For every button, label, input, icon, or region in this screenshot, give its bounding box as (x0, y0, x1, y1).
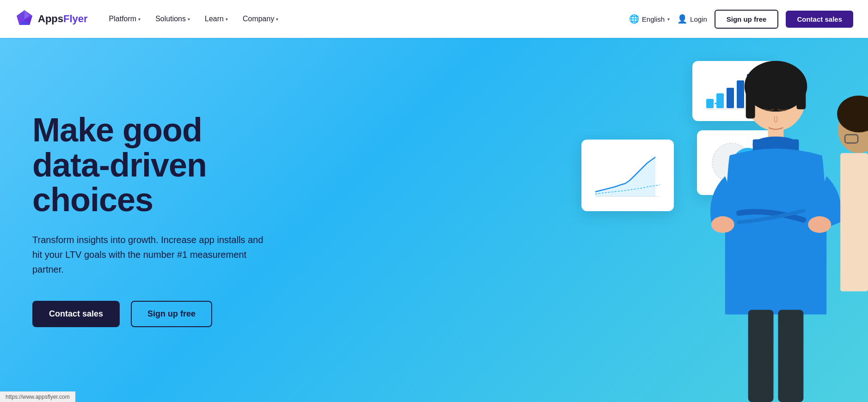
nav-learn[interactable]: Learn ▾ (198, 11, 234, 27)
nav-right: 🌐 English ▾ 👤 Login Sign up free Contact… (629, 10, 853, 29)
logo[interactable]: AppsFlyer (15, 9, 88, 29)
svg-point-27 (808, 216, 831, 233)
hero-person-illustration (646, 38, 868, 402)
signup-button[interactable]: Sign up free (715, 10, 779, 29)
svg-rect-21 (746, 82, 755, 119)
hero-subtitle: Transform insights into growth. Increase… (32, 232, 268, 277)
svg-rect-28 (748, 310, 774, 402)
logo-icon (15, 9, 34, 29)
chevron-down-icon: ▾ (667, 17, 670, 22)
url-bar: https://www.appsflyer.com (0, 391, 75, 402)
navbar: AppsFlyer Platform ▾ Solutions ▾ Learn ▾… (0, 0, 868, 38)
chevron-down-icon: ▾ (138, 17, 141, 22)
user-icon: 👤 (677, 14, 687, 24)
hero-right (296, 38, 868, 402)
nav-platform[interactable]: Platform ▾ (103, 11, 147, 27)
nav-solutions[interactable]: Solutions ▾ (149, 11, 196, 27)
hero-title: Make good data-driven choices (32, 113, 268, 218)
hero-buttons: Contact sales Sign up free (32, 301, 268, 327)
hero-contact-button[interactable]: Contact sales (32, 301, 120, 327)
svg-rect-29 (778, 310, 803, 402)
svg-point-26 (711, 216, 734, 233)
nav-links: Platform ▾ Solutions ▾ Learn ▾ Company ▾ (103, 11, 629, 27)
nav-company[interactable]: Company ▾ (236, 11, 285, 27)
hero-signup-button[interactable]: Sign up free (131, 301, 212, 327)
contact-sales-button[interactable]: Contact sales (786, 11, 853, 28)
logo-text: AppsFlyer (38, 13, 88, 25)
hero-section: Make good data-driven choices Transform … (0, 38, 868, 402)
globe-icon: 🌐 (629, 14, 639, 24)
svg-rect-22 (796, 82, 806, 110)
chevron-down-icon: ▾ (276, 17, 278, 22)
chevron-down-icon: ▾ (188, 17, 190, 22)
svg-rect-33 (840, 153, 868, 291)
hero-left: Make good data-driven choices Transform … (0, 38, 296, 402)
chevron-down-icon: ▾ (226, 17, 228, 22)
language-selector[interactable]: 🌐 English ▾ (629, 14, 670, 24)
login-button[interactable]: 👤 Login (677, 14, 707, 24)
